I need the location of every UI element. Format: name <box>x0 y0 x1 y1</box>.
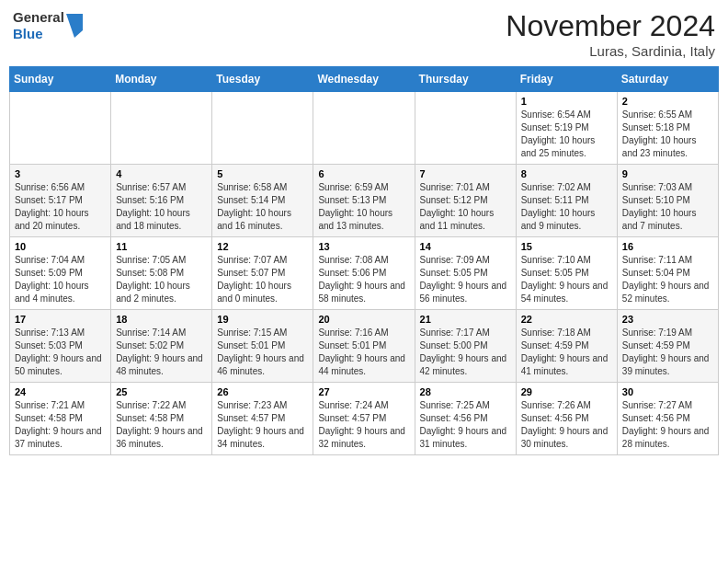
day-number: 23 <box>622 314 713 325</box>
day-number: 3 <box>15 168 106 179</box>
day-number: 21 <box>420 314 511 325</box>
day-info: Sunrise: 7:25 AMSunset: 4:56 PMDaylight:… <box>420 399 511 451</box>
day-number: 28 <box>420 386 511 397</box>
calendar-cell: 9Sunrise: 7:03 AMSunset: 5:10 PMDaylight… <box>617 165 718 237</box>
day-number: 16 <box>622 241 713 252</box>
calendar-header-row: SundayMondayTuesdayWednesdayThursdayFrid… <box>10 67 719 92</box>
calendar-cell: 7Sunrise: 7:01 AMSunset: 5:12 PMDaylight… <box>415 165 516 237</box>
day-number: 29 <box>521 386 612 397</box>
day-number: 19 <box>217 314 308 325</box>
calendar-week-row: 17Sunrise: 7:13 AMSunset: 5:03 PMDayligh… <box>10 310 719 383</box>
calendar-cell: 25Sunrise: 7:22 AMSunset: 4:58 PMDayligh… <box>111 383 212 455</box>
day-info: Sunrise: 7:22 AMSunset: 4:58 PMDaylight:… <box>116 399 207 451</box>
calendar-cell: 14Sunrise: 7:09 AMSunset: 5:05 PMDayligh… <box>415 237 516 310</box>
calendar-cell <box>212 92 313 165</box>
calendar-header-thursday: Thursday <box>415 67 516 92</box>
month-title: November 2024 <box>506 9 715 43</box>
calendar-cell: 13Sunrise: 7:08 AMSunset: 5:06 PMDayligh… <box>313 237 415 310</box>
calendar-header-tuesday: Tuesday <box>212 67 313 92</box>
calendar-cell: 22Sunrise: 7:18 AMSunset: 4:59 PMDayligh… <box>516 310 617 383</box>
day-number: 18 <box>116 314 207 325</box>
day-info: Sunrise: 7:23 AMSunset: 4:57 PMDaylight:… <box>217 399 308 451</box>
day-number: 11 <box>116 241 207 252</box>
calendar-cell: 19Sunrise: 7:15 AMSunset: 5:01 PMDayligh… <box>212 310 313 383</box>
calendar-cell <box>111 92 212 165</box>
day-info: Sunrise: 7:15 AMSunset: 5:01 PMDaylight:… <box>217 327 308 378</box>
svg-marker-0 <box>66 14 83 38</box>
calendar-cell: 17Sunrise: 7:13 AMSunset: 5:03 PMDayligh… <box>10 310 111 383</box>
day-number: 12 <box>217 241 308 252</box>
day-info: Sunrise: 7:24 AMSunset: 4:57 PMDaylight:… <box>318 399 409 451</box>
page-header: General Blue November 2024 Luras, Sardin… <box>9 9 719 59</box>
calendar-cell: 10Sunrise: 7:04 AMSunset: 5:09 PMDayligh… <box>10 237 111 310</box>
day-number: 5 <box>217 168 308 179</box>
day-info: Sunrise: 7:19 AMSunset: 4:59 PMDaylight:… <box>622 327 713 378</box>
day-number: 2 <box>622 96 713 107</box>
day-number: 7 <box>420 168 511 179</box>
day-info: Sunrise: 7:09 AMSunset: 5:05 PMDaylight:… <box>420 254 511 305</box>
calendar-cell <box>415 92 516 165</box>
logo-blue-text: Blue <box>13 26 64 42</box>
day-info: Sunrise: 7:11 AMSunset: 5:04 PMDaylight:… <box>622 254 713 305</box>
calendar-cell: 29Sunrise: 7:26 AMSunset: 4:56 PMDayligh… <box>516 383 617 455</box>
day-number: 26 <box>217 386 308 397</box>
calendar-header-saturday: Saturday <box>617 67 718 92</box>
calendar-table: SundayMondayTuesdayWednesdayThursdayFrid… <box>9 66 719 455</box>
day-number: 17 <box>15 314 106 325</box>
day-info: Sunrise: 7:13 AMSunset: 5:03 PMDaylight:… <box>15 327 106 378</box>
calendar-cell: 12Sunrise: 7:07 AMSunset: 5:07 PMDayligh… <box>212 237 313 310</box>
day-info: Sunrise: 6:55 AMSunset: 5:18 PMDaylight:… <box>622 109 713 160</box>
day-number: 27 <box>318 386 409 397</box>
calendar-cell: 4Sunrise: 6:57 AMSunset: 5:16 PMDaylight… <box>111 165 212 237</box>
day-number: 10 <box>15 241 106 252</box>
location: Luras, Sardinia, Italy <box>506 43 715 59</box>
day-info: Sunrise: 7:04 AMSunset: 5:09 PMDaylight:… <box>15 254 106 305</box>
calendar-cell: 5Sunrise: 6:58 AMSunset: 5:14 PMDaylight… <box>212 165 313 237</box>
calendar-cell: 20Sunrise: 7:16 AMSunset: 5:01 PMDayligh… <box>313 310 415 383</box>
day-number: 22 <box>521 314 612 325</box>
calendar-week-row: 3Sunrise: 6:56 AMSunset: 5:17 PMDaylight… <box>10 165 719 237</box>
day-info: Sunrise: 6:58 AMSunset: 5:14 PMDaylight:… <box>217 181 308 233</box>
logo-general-text: General <box>13 9 64 26</box>
day-info: Sunrise: 6:57 AMSunset: 5:16 PMDaylight:… <box>116 181 207 233</box>
day-number: 14 <box>420 241 511 252</box>
calendar-header-sunday: Sunday <box>10 67 111 92</box>
calendar-cell: 15Sunrise: 7:10 AMSunset: 5:05 PMDayligh… <box>516 237 617 310</box>
day-info: Sunrise: 7:10 AMSunset: 5:05 PMDaylight:… <box>521 254 612 305</box>
calendar-cell: 26Sunrise: 7:23 AMSunset: 4:57 PMDayligh… <box>212 383 313 455</box>
calendar-cell: 24Sunrise: 7:21 AMSunset: 4:58 PMDayligh… <box>10 383 111 455</box>
calendar-cell: 11Sunrise: 7:05 AMSunset: 5:08 PMDayligh… <box>111 237 212 310</box>
day-number: 15 <box>521 241 612 252</box>
day-info: Sunrise: 7:07 AMSunset: 5:07 PMDaylight:… <box>217 254 308 305</box>
day-number: 4 <box>116 168 207 179</box>
calendar-header-monday: Monday <box>111 67 212 92</box>
day-info: Sunrise: 6:59 AMSunset: 5:13 PMDaylight:… <box>318 181 409 233</box>
calendar-cell: 30Sunrise: 7:27 AMSunset: 4:56 PMDayligh… <box>617 383 718 455</box>
day-info: Sunrise: 7:14 AMSunset: 5:02 PMDaylight:… <box>116 327 207 378</box>
day-number: 13 <box>318 241 409 252</box>
day-number: 9 <box>622 168 713 179</box>
logo: General Blue <box>13 9 83 42</box>
calendar-header-friday: Friday <box>516 67 617 92</box>
day-number: 30 <box>622 386 713 397</box>
calendar-cell: 3Sunrise: 6:56 AMSunset: 5:17 PMDaylight… <box>10 165 111 237</box>
day-info: Sunrise: 6:56 AMSunset: 5:17 PMDaylight:… <box>15 181 106 233</box>
day-number: 25 <box>116 386 207 397</box>
day-info: Sunrise: 7:18 AMSunset: 4:59 PMDaylight:… <box>521 327 612 378</box>
day-info: Sunrise: 7:21 AMSunset: 4:58 PMDaylight:… <box>15 399 106 451</box>
calendar-cell: 23Sunrise: 7:19 AMSunset: 4:59 PMDayligh… <box>617 310 718 383</box>
day-info: Sunrise: 6:54 AMSunset: 5:19 PMDaylight:… <box>521 109 612 160</box>
calendar-cell: 6Sunrise: 6:59 AMSunset: 5:13 PMDaylight… <box>313 165 415 237</box>
day-number: 24 <box>15 386 106 397</box>
day-info: Sunrise: 7:05 AMSunset: 5:08 PMDaylight:… <box>116 254 207 305</box>
calendar-cell <box>313 92 415 165</box>
title-area: November 2024 Luras, Sardinia, Italy <box>506 9 715 59</box>
calendar-cell: 18Sunrise: 7:14 AMSunset: 5:02 PMDayligh… <box>111 310 212 383</box>
day-number: 6 <box>318 168 409 179</box>
calendar-cell: 21Sunrise: 7:17 AMSunset: 5:00 PMDayligh… <box>415 310 516 383</box>
day-info: Sunrise: 7:08 AMSunset: 5:06 PMDaylight:… <box>318 254 409 305</box>
calendar-week-row: 10Sunrise: 7:04 AMSunset: 5:09 PMDayligh… <box>10 237 719 310</box>
calendar-week-row: 24Sunrise: 7:21 AMSunset: 4:58 PMDayligh… <box>10 383 719 455</box>
day-number: 20 <box>318 314 409 325</box>
calendar-cell: 16Sunrise: 7:11 AMSunset: 5:04 PMDayligh… <box>617 237 718 310</box>
